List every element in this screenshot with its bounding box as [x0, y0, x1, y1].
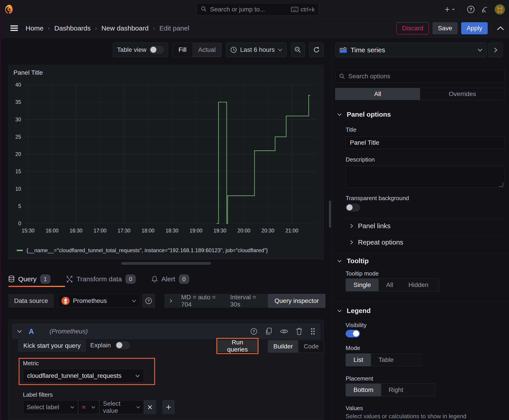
- editor-mode-builder[interactable]: Builder: [268, 340, 298, 352]
- svg-text:15:30: 15:30: [22, 228, 35, 233]
- panel-toolbar: Table view Fill Actual Last 6 hours: [0, 43, 324, 57]
- time-range-picker[interactable]: Last 6 hours: [226, 43, 287, 57]
- description-textarea[interactable]: [346, 166, 505, 188]
- table-view-toggle[interactable]: [150, 46, 164, 54]
- user-avatar[interactable]: [495, 4, 505, 15]
- help-icon[interactable]: ?: [250, 328, 258, 335]
- query-count-badge: 1: [40, 274, 51, 284]
- breadcrumb-home[interactable]: Home: [26, 24, 44, 32]
- svg-text:20:30: 20:30: [261, 228, 274, 233]
- remove-filter-button[interactable]: [144, 400, 156, 414]
- svg-text:15: 15: [15, 168, 21, 174]
- options-tab-all[interactable]: All: [335, 88, 420, 100]
- query-inspector-button[interactable]: Query inspector: [268, 294, 326, 308]
- display-mode-fill[interactable]: Fill: [173, 43, 192, 57]
- grafana-logo-icon[interactable]: [0, 4, 19, 15]
- visualization-picker[interactable]: Time series: [335, 43, 487, 57]
- help-icon[interactable]: ?: [467, 5, 475, 14]
- tooltip-mode-single[interactable]: Single: [346, 279, 379, 291]
- display-mode-actual[interactable]: Actual: [192, 43, 221, 57]
- svg-text:?: ?: [147, 299, 150, 303]
- global-search-input[interactable]: Search or jump to... ctrl+k: [196, 3, 319, 16]
- query-options-collapsed[interactable]: MD = auto = 704 Interval = 30s: [164, 294, 268, 308]
- legend-placement-bottom[interactable]: Bottom: [346, 384, 381, 396]
- panel-options-header[interactable]: Panel options: [337, 111, 391, 118]
- query-row-datasource: (Prometheus): [50, 328, 88, 335]
- breadcrumb-bar: Home › Dashboards › New dashboard › Edit…: [0, 19, 509, 38]
- options-tab-group: All Overrides: [335, 88, 505, 100]
- run-queries-button[interactable]: Run queries: [217, 340, 258, 352]
- query-row-header[interactable]: A (Prometheus) ?: [12, 323, 320, 339]
- add-filter-button[interactable]: [162, 400, 175, 414]
- panel-title[interactable]: Panel Title: [8, 65, 324, 76]
- tooltip-mode-hidden[interactable]: Hidden: [401, 279, 436, 291]
- keyboard-icon: [291, 7, 298, 12]
- chevron-down-icon: [278, 48, 282, 51]
- breadcrumb-new-dashboard[interactable]: New dashboard: [101, 24, 149, 32]
- divider: [346, 236, 505, 236]
- legend-mode-table[interactable]: Table: [371, 354, 401, 366]
- save-button[interactable]: Save: [433, 22, 458, 34]
- collapse-options-icon[interactable]: [496, 26, 504, 31]
- legend-values-help: Select values or calculations to show in…: [346, 413, 466, 420]
- tab-alert[interactable]: Alert 0: [152, 271, 189, 287]
- refresh-button[interactable]: [309, 43, 324, 57]
- clock-icon: [230, 46, 237, 53]
- table-view-label: Table view: [117, 46, 146, 53]
- select-value-dropdown[interactable]: Select value: [99, 400, 144, 414]
- legend-section-header[interactable]: Legend: [337, 307, 371, 315]
- datasource-picker[interactable]: Prometheus: [57, 294, 140, 308]
- menu-toggle-icon[interactable]: [10, 25, 18, 31]
- select-label-dropdown[interactable]: Select label: [23, 400, 78, 414]
- hide-response-eye-icon[interactable]: [280, 329, 288, 334]
- label-filters-label: Label filters: [23, 391, 53, 398]
- operator-dropdown[interactable]: =: [78, 400, 99, 414]
- main-scrollbar-thumb[interactable]: [329, 201, 331, 228]
- zoom-out-button[interactable]: [291, 43, 305, 57]
- legend-visibility-toggle[interactable]: [346, 330, 360, 338]
- panel-title-input[interactable]: [346, 136, 505, 149]
- search-icon: [201, 6, 207, 13]
- legend-placement-right[interactable]: Right: [381, 384, 411, 396]
- prometheus-icon: [61, 297, 70, 305]
- alert-count-badge: 0: [179, 274, 189, 284]
- series-legend-label[interactable]: {__name__="cloudflared_tunnel_total_requ…: [26, 247, 268, 254]
- transparent-bg-toggle[interactable]: [346, 204, 360, 211]
- display-mode-group: Fill Actual: [172, 43, 222, 57]
- legend-mode-list[interactable]: List: [346, 354, 371, 366]
- chevron-down-icon: [135, 375, 140, 377]
- drag-grip-icon[interactable]: [310, 328, 316, 335]
- tab-transform-data[interactable]: Transform data 0: [66, 271, 136, 287]
- options-tab-overrides[interactable]: Overrides: [420, 88, 505, 100]
- tooltip-mode-all[interactable]: All: [379, 279, 401, 291]
- datasource-label: Data source: [8, 294, 54, 308]
- breadcrumb-dashboards[interactable]: Dashboards: [54, 24, 91, 32]
- apply-button[interactable]: Apply: [461, 22, 488, 34]
- tooltip-section-header[interactable]: Tooltip: [337, 257, 369, 265]
- options-search-input[interactable]: Search options: [335, 70, 505, 83]
- kickstart-query-button[interactable]: Kick start your query: [18, 340, 86, 352]
- tab-query[interactable]: Query 1: [8, 271, 51, 287]
- section-divider: [332, 302, 509, 302]
- editor-mode-code[interactable]: Code: [298, 340, 324, 352]
- datasource-help-button[interactable]: ?: [142, 294, 155, 308]
- collapse-pane-button[interactable]: [488, 43, 503, 57]
- svg-text:19:00: 19:00: [190, 228, 202, 233]
- news-rss-icon[interactable]: [481, 5, 489, 14]
- chevron-down-icon: [70, 406, 74, 409]
- timeseries-viz-icon: [339, 47, 347, 53]
- panel-links-section[interactable]: Panel links: [350, 222, 390, 230]
- chevron-down-icon[interactable]: [17, 330, 22, 333]
- chevron-right-icon: [350, 240, 353, 245]
- legend-placement-label: Placement: [346, 375, 373, 382]
- timeseries-chart[interactable]: 051015202530354015:3016:0016:3017:0017:3…: [10, 77, 319, 243]
- duplicate-query-icon[interactable]: [265, 328, 273, 335]
- metric-select[interactable]: cloudflared_tunnel_total_requests: [23, 369, 144, 383]
- svg-text:25: 25: [15, 134, 21, 140]
- pane-resize-handle[interactable]: [121, 262, 211, 265]
- explain-toggle[interactable]: [115, 341, 130, 349]
- repeat-options-section[interactable]: Repeat options: [350, 239, 403, 246]
- remove-query-trash-icon[interactable]: [296, 328, 303, 335]
- discard-button[interactable]: Discard: [396, 22, 429, 34]
- new-dropdown-button[interactable]: [445, 6, 455, 13]
